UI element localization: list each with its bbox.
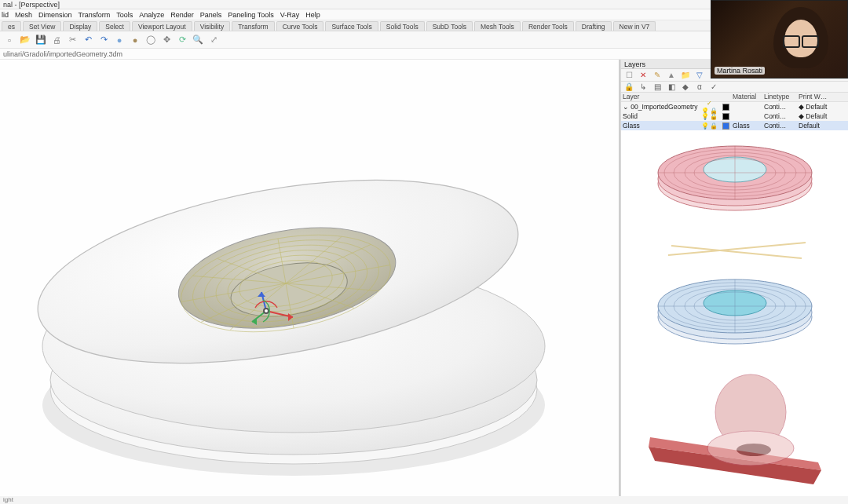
tab-solid-tools[interactable]: Solid Tools — [380, 21, 425, 31]
torus-icon[interactable]: ◯ — [144, 34, 157, 46]
tab-drafting[interactable]: Drafting — [576, 21, 612, 31]
lock-icon[interactable]: 🔒 — [624, 82, 634, 91]
layers-toolbar-2: 🔒↳▤◧◆α✓ — [621, 82, 848, 93]
tab-select[interactable]: Select — [99, 21, 130, 31]
svg-line-36 — [668, 243, 806, 255]
menu-panels[interactable]: Panels — [200, 9, 222, 20]
preview-thumbnails — [621, 130, 848, 496]
layer-linetype[interactable]: Conti… — [762, 112, 797, 120]
layer-row-solid[interactable]: Solid💡🔒Conti…◆ Default — [621, 111, 848, 121]
layers-list: ⌄ 00_ImportedGeometry✓ 💡🔒Conti…◆ Default… — [621, 102, 848, 130]
sphere2-icon[interactable]: ● — [129, 34, 141, 46]
menu-lid[interactable]: lid — [2, 9, 9, 20]
presenter-name-tag: Martina Rosati — [715, 67, 765, 75]
layer-printwidth[interactable]: Default — [797, 122, 848, 130]
thumb-sticks — [652, 235, 817, 266]
tab-viewport-layout[interactable]: Viewport Layout — [132, 21, 192, 31]
tab-set-view[interactable]: Set View — [23, 21, 61, 31]
alpha-icon[interactable]: α — [695, 82, 704, 91]
filter-icon[interactable]: ▽ — [695, 71, 704, 79]
col-header-layer[interactable]: Layer — [621, 93, 700, 101]
menu-help[interactable]: Help — [305, 9, 320, 20]
thumb-blue-model — [652, 274, 817, 360]
mat-icon[interactable]: ◆ — [681, 82, 690, 91]
edit-layer-icon[interactable]: ✎ — [652, 71, 662, 79]
redo-icon[interactable]: ↷ — [97, 34, 110, 46]
col-header-linetype[interactable]: Linetype — [762, 93, 797, 101]
tab-mesh-tools[interactable]: Mesh Tools — [474, 21, 521, 31]
zoom-icon[interactable]: 🔍 — [192, 34, 204, 46]
layer-color-swatch[interactable] — [720, 122, 731, 130]
sphere-icon[interactable]: ● — [113, 34, 126, 46]
layer-color-swatch[interactable] — [720, 103, 731, 111]
color-icon[interactable]: ◧ — [667, 82, 676, 91]
layer-row-glass[interactable]: Glass💡🔒GlassConti…Default — [621, 121, 848, 130]
menu-tools[interactable]: Tools — [116, 9, 133, 20]
status-bar: ight — [0, 496, 848, 504]
layer-printwidth[interactable]: ◆ Default — [797, 103, 848, 111]
svg-line-37 — [671, 246, 802, 258]
menu-dimension[interactable]: Dimension — [38, 9, 72, 20]
layer-name: Glass — [621, 122, 700, 130]
cut-icon[interactable]: ✂ — [66, 34, 79, 46]
tab-render-tools[interactable]: Render Tools — [522, 21, 574, 31]
viewport-model — [0, 60, 619, 496]
rot-icon[interactable]: ⟳ — [176, 34, 188, 46]
tab-new-in-v7[interactable]: New in V7 — [613, 21, 656, 31]
layer-printwidth[interactable]: ◆ Default — [797, 112, 848, 120]
menu-transform[interactable]: Transform — [79, 9, 111, 20]
perspective-viewport[interactable] — [0, 60, 620, 496]
zoomext-icon[interactable]: ⤢ — [207, 34, 220, 46]
curr-icon[interactable]: ✓ — [709, 82, 718, 91]
layer-linetype[interactable]: Conti… — [762, 103, 797, 111]
svg-point-52 — [737, 444, 771, 456]
open-icon[interactable]: 📂 — [19, 34, 31, 46]
layer-name: Solid — [621, 112, 700, 120]
layer-color-swatch[interactable] — [720, 112, 731, 120]
thumb-red-model — [645, 368, 825, 486]
svg-point-25 — [264, 309, 269, 313]
layer-visibility-icon[interactable]: 💡🔒 — [700, 122, 720, 130]
delete-layer-icon[interactable]: ✕ — [638, 71, 648, 79]
props-icon[interactable]: ▤ — [652, 82, 662, 91]
layers-panel: Layers ☐✕✎▲📁▽⚙ 🔒↳▤◧◆α✓ Layer Material Li… — [620, 60, 848, 496]
new-sub-icon[interactable]: ↳ — [638, 82, 648, 91]
menu-paneling-tools[interactable]: Paneling Tools — [228, 9, 273, 20]
tab-transform[interactable]: Transform — [232, 21, 274, 31]
undo-icon[interactable]: ↶ — [82, 34, 94, 46]
menu-mesh[interactable]: Mesh — [15, 9, 32, 20]
menu-analyze[interactable]: Analyze — [139, 9, 164, 20]
workspace: Layers ☐✕✎▲📁▽⚙ 🔒↳▤◧◆α✓ Layer Material Li… — [0, 60, 848, 496]
folder-icon[interactable]: 📁 — [681, 71, 690, 79]
layer-visibility-icon[interactable]: 💡🔒 — [700, 112, 720, 120]
menu-v-ray[interactable]: V-Ray — [280, 9, 300, 20]
layer-row-00-importedgeometry[interactable]: ⌄ 00_ImportedGeometry✓ 💡🔒Conti…◆ Default — [621, 102, 848, 111]
tab-visibility[interactable]: Visibility — [194, 21, 231, 31]
layer-linetype[interactable]: Conti… — [762, 122, 797, 130]
pan-icon[interactable]: ✥ — [160, 34, 173, 46]
tab-curve-tools[interactable]: Curve Tools — [276, 21, 324, 31]
tab-display[interactable]: Display — [63, 21, 97, 31]
menu-render[interactable]: Render — [170, 9, 194, 20]
layer-material[interactable]: Glass — [731, 122, 762, 130]
new-layer-icon[interactable]: ☐ — [624, 71, 634, 79]
col-header-material[interactable]: Material — [731, 93, 762, 101]
status-text: ight — [3, 496, 13, 503]
tab-surface-tools[interactable]: Surface Tools — [325, 21, 378, 31]
col-header-printw[interactable]: Print W… — [797, 93, 848, 101]
tab-es[interactable]: es — [2, 21, 21, 31]
print-icon[interactable]: 🖨 — [50, 34, 63, 46]
save-icon[interactable]: 💾 — [35, 34, 47, 46]
presenter-face — [773, 7, 828, 76]
webcam-overlay: Martina Rosati — [711, 0, 848, 79]
thumb-pink-model — [652, 141, 817, 227]
title-text: nal - [Perspective] — [3, 1, 60, 9]
file-path-text: ulinari/Gradoli/importedGeometry.3dm — [3, 50, 122, 58]
layers-column-headers: Layer Material Linetype Print W… — [621, 93, 848, 102]
up-icon[interactable]: ▲ — [667, 71, 676, 79]
new-icon[interactable]: ▫ — [3, 34, 16, 46]
tab-subd-tools[interactable]: SubD Tools — [426, 21, 473, 31]
layer-name: ⌄ 00_ImportedGeometry — [621, 103, 700, 111]
